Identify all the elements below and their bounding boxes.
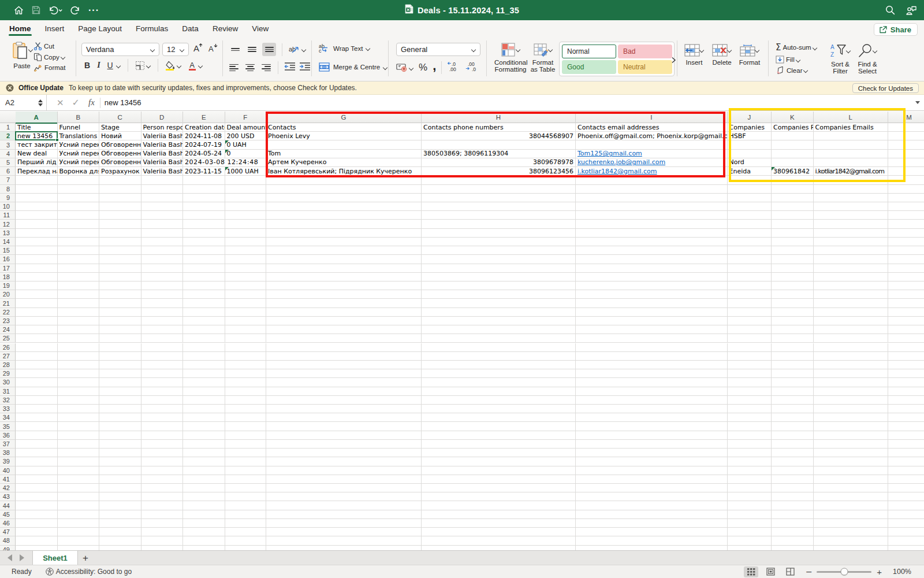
cell-D35[interactable] bbox=[141, 422, 184, 431]
cell-B31[interactable] bbox=[58, 387, 100, 396]
row-header-33[interactable]: 33 bbox=[0, 405, 16, 413]
cell-K42[interactable] bbox=[772, 484, 814, 492]
cell-H8[interactable] bbox=[422, 185, 576, 194]
cell-A18[interactable] bbox=[16, 273, 58, 281]
cell-G14[interactable] bbox=[266, 238, 422, 246]
cell-D11[interactable] bbox=[141, 211, 184, 220]
cell-M27[interactable] bbox=[888, 352, 924, 361]
cell-L15[interactable] bbox=[814, 246, 889, 255]
cell-A21[interactable] bbox=[16, 299, 58, 307]
tab-page-layout[interactable]: Page Layout bbox=[71, 20, 129, 37]
clear-button[interactable]: Clear bbox=[776, 66, 817, 74]
cell-L47[interactable] bbox=[814, 528, 889, 536]
cell-I37[interactable] bbox=[576, 440, 728, 449]
cell-B7[interactable] bbox=[58, 176, 100, 184]
cell-F23[interactable] bbox=[225, 317, 267, 325]
cell-L9[interactable] bbox=[814, 194, 889, 202]
cell-M33[interactable] bbox=[888, 405, 924, 413]
cell-style-normal[interactable]: Normal bbox=[562, 45, 616, 58]
cell-F46[interactable] bbox=[225, 519, 267, 528]
cell-L26[interactable] bbox=[814, 343, 889, 352]
delete-cells-button[interactable]: Delete bbox=[710, 44, 734, 66]
cell-K20[interactable] bbox=[772, 290, 814, 299]
cell-C40[interactable] bbox=[99, 466, 141, 475]
cell-E28[interactable] bbox=[183, 361, 225, 369]
cell-I36[interactable] bbox=[576, 431, 728, 440]
cell-M47[interactable] bbox=[888, 528, 924, 536]
cell-G11[interactable] bbox=[266, 211, 422, 220]
align-center-button[interactable] bbox=[244, 62, 256, 73]
presenter-icon[interactable] bbox=[906, 5, 917, 16]
cell-style-bad[interactable]: Bad bbox=[618, 45, 672, 58]
cell-J1[interactable]: Companies bbox=[728, 123, 772, 132]
cell-L28[interactable] bbox=[814, 361, 889, 369]
cell-B16[interactable] bbox=[58, 255, 100, 264]
cell-B6[interactable]: Воронка для продажів bbox=[58, 167, 100, 176]
formula-bar-expand-icon[interactable] bbox=[915, 101, 920, 104]
cell-F10[interactable] bbox=[225, 202, 267, 211]
cell-M19[interactable] bbox=[888, 281, 924, 290]
cell-H18[interactable] bbox=[422, 273, 576, 281]
cell-M20[interactable] bbox=[888, 290, 924, 299]
cell-B28[interactable] bbox=[58, 361, 100, 369]
cell-H45[interactable] bbox=[422, 510, 576, 519]
cell-E20[interactable] bbox=[183, 290, 225, 299]
cell-D25[interactable] bbox=[141, 334, 184, 343]
redo-icon[interactable] bbox=[70, 6, 80, 15]
cell-H15[interactable] bbox=[422, 246, 576, 255]
row-header-2[interactable]: 2 bbox=[0, 132, 16, 140]
cell-G29[interactable] bbox=[266, 369, 422, 378]
cell-B2[interactable]: Translations bbox=[58, 132, 100, 140]
cell-M23[interactable] bbox=[888, 317, 924, 325]
cell-C19[interactable] bbox=[99, 281, 141, 290]
cell-I13[interactable] bbox=[576, 229, 728, 238]
cell-H34[interactable] bbox=[422, 413, 576, 422]
cell-L2[interactable] bbox=[814, 132, 889, 140]
cell-M37[interactable] bbox=[888, 440, 924, 449]
cell-C42[interactable] bbox=[99, 484, 141, 492]
cell-D46[interactable] bbox=[141, 519, 184, 528]
cell-A20[interactable] bbox=[16, 290, 58, 299]
cell-B14[interactable] bbox=[58, 238, 100, 246]
cell-J47[interactable] bbox=[728, 528, 772, 536]
decrease-decimal-button[interactable]: .00.0 bbox=[465, 61, 478, 74]
cell-K26[interactable] bbox=[772, 343, 814, 352]
merge-centre-button[interactable]: Merge & Centre bbox=[319, 62, 388, 72]
cell-C15[interactable] bbox=[99, 246, 141, 255]
cell-D43[interactable] bbox=[141, 492, 184, 501]
cell-F18[interactable] bbox=[225, 273, 267, 281]
cell-E40[interactable] bbox=[183, 466, 225, 475]
cell-K33[interactable] bbox=[772, 405, 814, 413]
check-for-updates-button[interactable]: Check for Updates bbox=[852, 83, 919, 93]
paste-button[interactable]: Paste bbox=[7, 42, 37, 69]
cell-I35[interactable] bbox=[576, 422, 728, 431]
search-icon[interactable] bbox=[885, 5, 895, 15]
cell-A12[interactable] bbox=[16, 220, 58, 228]
cell-I17[interactable] bbox=[576, 264, 728, 273]
cell-I40[interactable] bbox=[576, 466, 728, 475]
undo-icon[interactable] bbox=[49, 6, 62, 15]
cell-J6[interactable]: Eneida bbox=[728, 167, 772, 176]
cell-D37[interactable] bbox=[141, 440, 184, 449]
cell-K8[interactable] bbox=[772, 185, 814, 194]
cell-B43[interactable] bbox=[58, 492, 100, 501]
cell-M32[interactable] bbox=[888, 396, 924, 405]
cancel-entry-icon[interactable]: ✕ bbox=[57, 98, 64, 108]
cell-G19[interactable] bbox=[266, 281, 422, 290]
cell-H20[interactable] bbox=[422, 290, 576, 299]
cell-C12[interactable] bbox=[99, 220, 141, 228]
cell-J34[interactable] bbox=[728, 413, 772, 422]
cell-K16[interactable] bbox=[772, 255, 814, 264]
name-box[interactable]: A2 bbox=[0, 95, 47, 111]
cell-I44[interactable] bbox=[576, 501, 728, 510]
cell-L48[interactable] bbox=[814, 536, 889, 545]
cell-B23[interactable] bbox=[58, 317, 100, 325]
cell-I39[interactable] bbox=[576, 457, 728, 466]
cell-A9[interactable] bbox=[16, 194, 58, 202]
cell-E6[interactable]: 2023-11-15 bbox=[183, 167, 225, 176]
cell-A16[interactable] bbox=[16, 255, 58, 264]
cell-J40[interactable] bbox=[728, 466, 772, 475]
cell-M17[interactable] bbox=[888, 264, 924, 273]
decrease-indent-button[interactable] bbox=[284, 62, 296, 73]
cell-K9[interactable] bbox=[772, 194, 814, 202]
